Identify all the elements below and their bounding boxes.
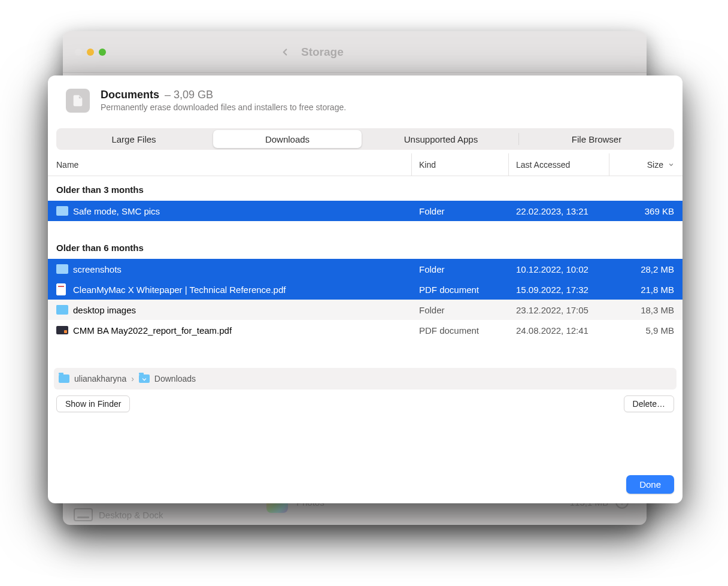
row-name: desktop images [73,305,412,315]
row-kind: Folder [412,264,509,274]
row-size: 5,9 MB [609,325,674,336]
row-name: Safe mode, SMC pics [73,206,412,216]
modal-footer: Done [48,475,682,503]
action-row: Show in Finder Delete… [48,389,682,412]
table-row[interactable]: Safe mode, SMC pics Folder 22.02.2023, 1… [48,201,682,221]
modal-subtitle: Permanently erase downloaded files and i… [101,102,665,112]
row-kind: PDF document [412,285,509,295]
row-size: 28,2 MB [609,264,674,274]
bg-window-title: Storage [301,46,344,59]
downloads-folder-icon [139,374,150,383]
show-in-finder-button[interactable]: Show in Finder [56,395,130,412]
home-folder-icon [59,374,69,383]
table-row[interactable]: desktop images Folder 23.12.2022, 17:05 … [48,300,682,320]
modal-title: Documents – 3,09 GB [101,89,665,101]
row-accessed: 23.12.2022, 17:05 [509,305,609,315]
flex-spacer [136,395,617,412]
row-accessed: 15.09.2022, 17:32 [509,285,609,295]
tab-unsupported-apps[interactable]: Unsupported Apps [363,128,518,150]
group-label-6months: Older than 6 months [48,234,682,259]
row-accessed: 22.02.2023, 13:21 [509,206,609,216]
tab-segmented-control: Large Files Downloads Unsupported Apps F… [56,128,674,150]
delete-button[interactable]: Delete… [624,395,674,412]
row-name: CleanMyMac X Whitepaper | Technical Refe… [73,285,412,295]
path-separator-icon: › [131,374,134,383]
file-list: Older than 3 months Safe mode, SMC pics … [48,176,682,340]
row-kind: PDF document [412,325,509,336]
column-size-label: Size [647,160,663,170]
path-segment-home[interactable]: ulianakharyna [74,374,126,383]
tab-large-files[interactable]: Large Files [56,128,211,150]
traffic-close-icon[interactable] [75,49,82,56]
column-name[interactable]: Name [56,153,412,176]
row-size: 18,3 MB [609,305,674,315]
back-button-icon[interactable] [280,47,290,58]
modal-title-size: – 3,09 GB [165,89,213,101]
column-last-accessed[interactable]: Last Accessed [509,153,609,176]
row-size: 21,8 MB [609,285,674,295]
traffic-minimize-icon[interactable] [87,49,94,56]
modal-title-text: Documents [101,89,159,101]
list-gap [48,340,682,368]
row-name: screenshots [73,264,412,274]
traffic-zoom-icon[interactable] [99,49,106,56]
column-size[interactable]: Size [609,153,674,176]
folder-icon [56,206,73,216]
table-row[interactable]: CleanMyMac X Whitepaper | Technical Refe… [48,279,682,300]
done-button[interactable]: Done [626,475,674,494]
bg-toolbar: Storage [63,31,647,73]
row-accessed: 10.12.2022, 10:02 [509,264,609,274]
path-bar[interactable]: ulianakharyna › Downloads [54,368,677,389]
path-segment-downloads[interactable]: Downloads [154,374,196,383]
table-row[interactable]: CMM BA May2022_report_for_team.pdf PDF d… [48,320,682,340]
row-kind: Folder [412,206,509,216]
pdf-icon [56,283,73,295]
spacer [48,221,682,234]
row-size: 369 KB [609,206,674,216]
table-row[interactable]: screenshots Folder 10.12.2022, 10:02 28,… [48,259,682,279]
folder-icon [56,305,73,315]
modal-header: Documents – 3,09 GB Permanently erase do… [48,75,682,120]
row-accessed: 24.08.2022, 12:41 [509,325,609,336]
tab-downloads[interactable]: Downloads [213,130,362,148]
tab-file-browser[interactable]: File Browser [519,128,674,150]
folder-icon [56,264,73,274]
row-name: CMM BA May2022_report_for_team.pdf [73,325,412,336]
column-kind[interactable]: Kind [412,153,509,176]
document-icon [66,89,90,113]
group-label-3months: Older than 3 months [48,176,682,201]
column-headers: Name Kind Last Accessed Size [48,153,682,176]
row-kind: Folder [412,305,509,315]
report-icon [56,326,73,334]
traffic-lights [75,49,106,56]
chevron-down-icon [668,162,674,168]
documents-modal: Documents – 3,09 GB Permanently erase do… [48,75,682,503]
